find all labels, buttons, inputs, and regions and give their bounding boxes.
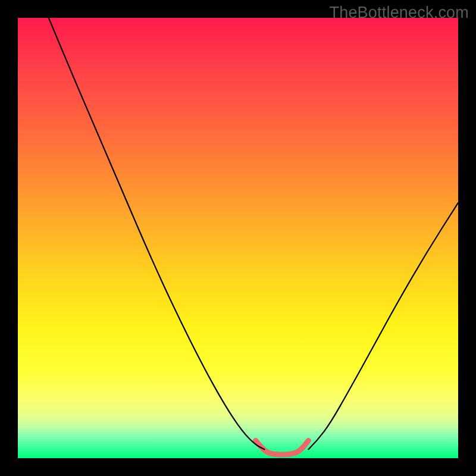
chart-frame: TheBottleneck.com [0,0,476,476]
right-ascent-curve [308,203,458,449]
left-descent-curve [49,18,265,449]
plot-area [18,18,458,458]
watermark-text: TheBottleneck.com [329,4,469,22]
curve-layer [18,18,458,458]
valley-bottom-highlight [256,440,309,454]
